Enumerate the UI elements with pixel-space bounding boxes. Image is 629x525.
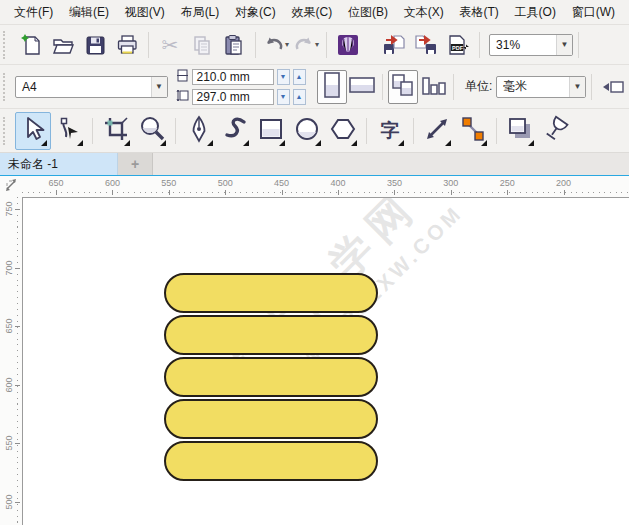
height-spin-down[interactable]: ▼	[277, 89, 290, 105]
page-width-icon	[176, 69, 189, 85]
drawing-page[interactable]: 软件自学网 WWW.RJZXW.COM 软件自学网 WWW.RJZXW.COM	[23, 198, 629, 525]
coin-shape[interactable]	[164, 315, 378, 355]
hruler-label: 650	[48, 178, 63, 188]
page-width-field[interactable]: 210.0 mm	[192, 69, 274, 85]
current-page-orientation-button[interactable]	[418, 70, 448, 104]
coin-shape[interactable]	[164, 399, 378, 439]
units-value: 毫米	[503, 78, 569, 95]
page-dimensions: 210.0 mm ▼ ▲ 297.0 mm ▼ ▲	[176, 68, 306, 106]
portrait-button[interactable]	[317, 70, 347, 104]
coin-shape[interactable]	[164, 273, 378, 313]
page-size-dropdown-caret[interactable]: ▼	[151, 77, 167, 97]
coin-shape[interactable]	[164, 441, 378, 481]
zoom-tool[interactable]	[134, 112, 170, 150]
save-floppy-icon	[82, 32, 108, 58]
save-button[interactable]	[79, 29, 111, 61]
horizontal-ruler[interactable]: 650600550500450400350300250200	[22, 176, 629, 198]
crop-icon	[102, 115, 130, 146]
copy-icon	[189, 32, 215, 58]
undo-icon	[262, 33, 286, 57]
application-launcher-button[interactable]	[332, 29, 364, 61]
import-button[interactable]	[378, 29, 410, 61]
current-page-icon	[420, 72, 446, 101]
vruler-label: 650	[4, 319, 14, 334]
hruler-tick	[451, 190, 452, 195]
new-document-tab-button[interactable]: +	[118, 153, 153, 175]
hruler-label: 400	[330, 178, 345, 188]
menu-item[interactable]: 编辑(E)	[65, 2, 113, 23]
zoom-level-combo[interactable]: 31% ▼	[489, 34, 573, 56]
shape-tool[interactable]	[51, 112, 87, 150]
vruler-tick	[15, 502, 20, 503]
landscape-button[interactable]	[347, 70, 377, 104]
cut-button[interactable]: ✂	[154, 29, 186, 61]
paste-button[interactable]	[218, 29, 250, 61]
menu-item[interactable]: 效果(C)	[288, 2, 337, 23]
publish-to-pdf-button[interactable]: PDF	[442, 29, 474, 61]
nudge-offset-button[interactable]	[597, 71, 629, 103]
vertical-ruler[interactable]: 750700650600550500	[0, 197, 23, 525]
vruler-label: 750	[4, 201, 14, 216]
rectangle-tool[interactable]	[253, 112, 289, 150]
transparency-tool[interactable]	[538, 112, 574, 150]
hruler-label: 200	[556, 178, 571, 188]
menu-item[interactable]: 视图(V)	[121, 2, 169, 23]
menu-item[interactable]: 表格(T)	[455, 2, 502, 23]
artistic-media-tool[interactable]	[217, 112, 253, 150]
units-combo[interactable]: 毫米 ▼	[496, 76, 586, 98]
menu-item[interactable]: 工具(O)	[511, 2, 560, 23]
menu-item[interactable]: 对象(C)	[231, 2, 280, 23]
menu-item[interactable]: 文件(F)	[10, 2, 57, 23]
dimension-tool[interactable]	[419, 112, 455, 150]
ruler-origin[interactable]	[0, 176, 22, 197]
ruler-origin-icon	[4, 178, 18, 195]
menu-item[interactable]: 文本(X)	[400, 2, 448, 23]
ellipse-icon	[293, 115, 321, 146]
all-pages-orientation-button[interactable]	[388, 70, 418, 104]
pen-tool[interactable]	[181, 112, 217, 150]
toolbar-drag-handle[interactable]	[3, 117, 10, 145]
pick-tool[interactable]	[15, 112, 51, 150]
height-spin-up[interactable]: ▲	[293, 89, 306, 105]
page-size-combo[interactable]: A4 ▼	[15, 76, 168, 98]
menu-item[interactable]: 布局(L)	[177, 2, 224, 23]
separator	[175, 118, 176, 144]
zoom-level-dropdown-caret[interactable]: ▼	[556, 35, 572, 55]
coin-stack	[164, 273, 378, 483]
toolbar-drag-handle[interactable]	[3, 73, 10, 101]
menu-item[interactable]: 窗口(W)	[568, 2, 619, 23]
toolbar-drag-handle[interactable]	[3, 31, 10, 59]
separator	[255, 32, 256, 58]
width-spin-up[interactable]: ▲	[293, 69, 306, 85]
open-button[interactable]	[47, 29, 79, 61]
drop-shadow-tool[interactable]	[502, 112, 538, 150]
hruler-label: 450	[274, 178, 289, 188]
connector-tool[interactable]	[455, 112, 491, 150]
copy-button[interactable]	[186, 29, 218, 61]
units-dropdown-caret[interactable]: ▼	[569, 77, 585, 97]
crop-tool[interactable]	[98, 112, 134, 150]
text-tool[interactable]: 字	[372, 112, 408, 150]
coin-shape[interactable]	[164, 357, 378, 397]
polygon-hexagon-icon	[329, 115, 357, 146]
page-height-field[interactable]: 297.0 mm	[192, 89, 274, 105]
export-icon	[413, 32, 439, 58]
export-button[interactable]	[410, 29, 442, 61]
all-pages-icon	[390, 72, 416, 101]
menu-item[interactable]: 位图(B)	[344, 2, 392, 23]
polygon-tool[interactable]	[325, 112, 361, 150]
width-spin-down[interactable]: ▼	[277, 69, 290, 85]
nudge-offset-icon	[601, 75, 625, 99]
print-icon	[114, 32, 140, 58]
hruler-tick	[394, 190, 395, 195]
units-label: 单位:	[465, 78, 492, 95]
ellipse-tool[interactable]	[289, 112, 325, 150]
pick-arrow-icon	[19, 115, 47, 146]
transparency-glass-icon	[542, 115, 570, 146]
redo-button[interactable]	[291, 29, 317, 61]
undo-button[interactable]	[261, 29, 287, 61]
print-button[interactable]	[111, 29, 143, 61]
shape-node-icon	[55, 115, 83, 146]
new-document-button[interactable]	[15, 29, 47, 61]
document-tab[interactable]: 未命名 -1	[0, 153, 118, 175]
